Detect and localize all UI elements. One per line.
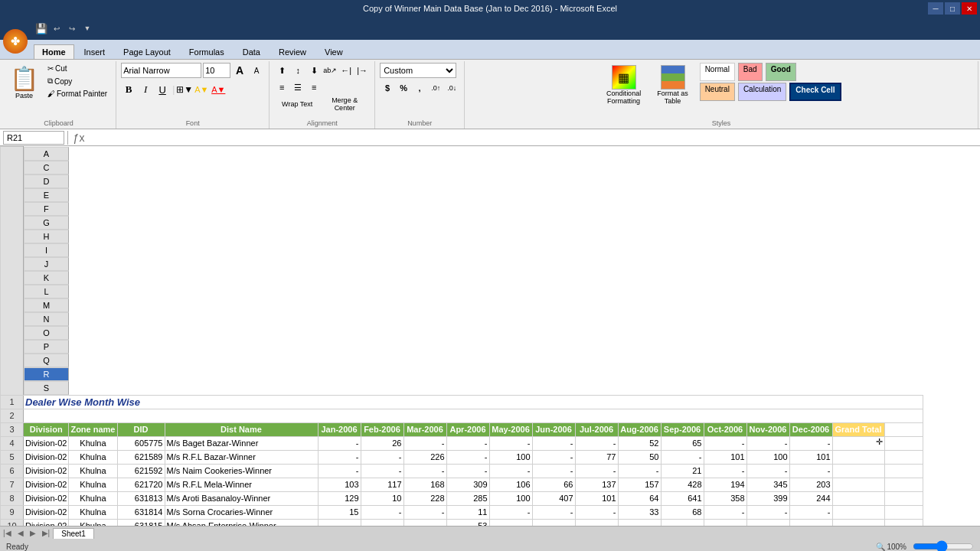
tab-data[interactable]: Data bbox=[234, 44, 269, 59]
zoom-slider[interactable] bbox=[913, 540, 974, 551]
style-calculation-btn[interactable]: Calculation bbox=[738, 83, 786, 101]
col-header-S[interactable]: S bbox=[24, 381, 69, 395]
italic-button[interactable]: I bbox=[138, 82, 153, 97]
conditional-formatting-btn[interactable]: ▦ Conditional Formatting bbox=[602, 63, 646, 107]
header-may[interactable]: May-2006 bbox=[489, 422, 532, 436]
col-header-M[interactable]: M bbox=[24, 298, 69, 312]
comma-btn[interactable]: , bbox=[412, 80, 427, 96]
header-nov[interactable]: Nov-2006 bbox=[746, 422, 789, 436]
header-apr[interactable]: Apr-2006 bbox=[446, 422, 489, 436]
wrap-text-btn[interactable]: Wrap Text bbox=[274, 96, 320, 112]
header-aug[interactable]: Aug-2006 bbox=[618, 422, 661, 436]
style-good-btn[interactable]: Good bbox=[766, 63, 796, 81]
header-division[interactable]: Division bbox=[24, 422, 69, 436]
save-quick-btn[interactable]: 💾 bbox=[34, 21, 49, 35]
font-name-input[interactable] bbox=[121, 63, 201, 78]
close-btn[interactable]: ✕ bbox=[962, 2, 977, 15]
col-header-P[interactable]: P bbox=[24, 340, 69, 354]
underline-button[interactable]: U bbox=[155, 82, 170, 97]
percent-btn[interactable]: % bbox=[396, 80, 411, 96]
align-bottom-btn[interactable]: ⬇ bbox=[306, 63, 322, 78]
currency-btn[interactable]: $ bbox=[380, 80, 395, 96]
sheet-tab-nav-prev[interactable]: ◀ bbox=[15, 528, 27, 538]
number-format-select[interactable]: Custom bbox=[380, 63, 456, 78]
indent-decrease-btn[interactable]: ←| bbox=[338, 63, 354, 78]
col-header-N[interactable]: N bbox=[24, 312, 69, 326]
office-button[interactable]: ✤ bbox=[3, 29, 28, 54]
header-zone[interactable]: Zone name bbox=[69, 422, 117, 436]
indent-increase-btn[interactable]: |→ bbox=[354, 63, 370, 78]
col-header-L[interactable]: L bbox=[24, 285, 69, 298]
col-header-Q[interactable]: Q bbox=[24, 354, 69, 367]
minimize-btn[interactable]: ─ bbox=[928, 2, 943, 15]
tab-review[interactable]: Review bbox=[270, 44, 315, 59]
col-header-C[interactable]: C bbox=[24, 161, 69, 174]
align-center-btn[interactable]: ☰ bbox=[290, 80, 305, 95]
tab-home[interactable]: Home bbox=[34, 44, 74, 59]
sheet-tab-1[interactable]: Sheet1 bbox=[53, 528, 94, 539]
format-painter-button[interactable]: 🖌Format Painter bbox=[44, 88, 111, 99]
tab-insert[interactable]: Insert bbox=[76, 44, 114, 59]
format-as-table-btn[interactable]: Format as Table bbox=[651, 63, 695, 107]
col-header-R[interactable]: R bbox=[24, 367, 69, 381]
header-sep[interactable]: Sep-2006 bbox=[661, 422, 704, 436]
merge-center-btn[interactable]: Merge & Center bbox=[322, 96, 368, 112]
col-header-E[interactable]: E bbox=[24, 188, 69, 202]
insert-function-btn[interactable]: ƒx bbox=[71, 131, 87, 145]
style-bad-btn[interactable]: Bad bbox=[738, 63, 763, 81]
header-mar[interactable]: Mar-2006 bbox=[403, 422, 446, 436]
tab-formulas[interactable]: Formulas bbox=[181, 44, 233, 59]
col-header-A[interactable]: A bbox=[24, 147, 69, 161]
col-header-F[interactable]: F bbox=[24, 202, 69, 216]
increase-font-btn[interactable]: A bbox=[232, 63, 247, 78]
name-box[interactable] bbox=[3, 131, 64, 145]
tab-view[interactable]: View bbox=[316, 44, 351, 59]
col-header-I[interactable]: I bbox=[24, 243, 69, 257]
cut-button[interactable]: ✂Cut bbox=[44, 63, 111, 74]
decrease-font-btn[interactable]: A bbox=[249, 63, 264, 78]
borders-btn[interactable]: ⊞▼ bbox=[177, 82, 192, 97]
sheet-tab-nav-next[interactable]: ▶ bbox=[27, 528, 39, 538]
style-neutral-btn[interactable]: Neutral bbox=[700, 83, 735, 101]
style-normal-btn[interactable]: Normal bbox=[700, 63, 735, 81]
text-orient-btn[interactable]: ab↗ bbox=[322, 63, 338, 78]
header-jul[interactable]: Jul-2006 bbox=[575, 422, 618, 436]
col-header-D[interactable]: D bbox=[24, 174, 69, 188]
header-dist[interactable]: Dist Name bbox=[165, 422, 318, 436]
sheet-tab-nav-last[interactable]: ▶| bbox=[39, 528, 54, 538]
col-header-H[interactable]: H bbox=[24, 230, 69, 243]
header-jun[interactable]: Jun-2006 bbox=[532, 422, 575, 436]
sheet-tab-nav-first[interactable]: |◀ bbox=[0, 528, 15, 538]
title-cell[interactable]: Dealer Wise Month Wise bbox=[24, 395, 923, 409]
qat-more-btn[interactable]: ▼ bbox=[80, 21, 95, 35]
fill-color-btn[interactable]: A▼ bbox=[194, 82, 209, 97]
header-dec[interactable]: Dec-2006 bbox=[789, 422, 832, 436]
header-grand-total[interactable]: Grand Total bbox=[832, 422, 884, 436]
restore-btn[interactable]: □ bbox=[945, 2, 960, 15]
header-oct[interactable]: Oct-2006 bbox=[704, 422, 746, 436]
font-color-btn[interactable]: A▼ bbox=[211, 82, 226, 97]
align-right-btn[interactable]: ≡ bbox=[306, 80, 322, 95]
col-header-G[interactable]: G bbox=[24, 216, 69, 230]
paste-button[interactable]: 📋 Paste bbox=[6, 63, 42, 102]
align-middle-btn[interactable]: ↕ bbox=[290, 63, 305, 78]
cursor-cell[interactable]: ✛ bbox=[832, 436, 884, 450]
bold-button[interactable]: B bbox=[121, 82, 136, 97]
col-header-K[interactable]: K bbox=[24, 271, 69, 285]
decimal-increase-btn[interactable]: .0↑ bbox=[428, 80, 443, 96]
header-jan[interactable]: Jan-2006 bbox=[318, 422, 361, 436]
formula-input[interactable] bbox=[90, 131, 977, 145]
undo-btn[interactable]: ↩ bbox=[49, 21, 64, 35]
header-feb[interactable]: Feb-2006 bbox=[361, 422, 403, 436]
style-check-cell-btn[interactable]: Check Cell bbox=[789, 83, 841, 101]
copy-button[interactable]: ⧉Copy bbox=[44, 75, 111, 87]
col-header-O[interactable]: O bbox=[24, 326, 69, 340]
col-header-J[interactable]: J bbox=[24, 257, 69, 271]
redo-btn[interactable]: ↪ bbox=[64, 21, 80, 35]
tab-page-layout[interactable]: Page Layout bbox=[115, 44, 179, 59]
align-left-btn[interactable]: ≡ bbox=[274, 80, 289, 95]
font-size-input[interactable] bbox=[203, 63, 230, 78]
align-top-btn[interactable]: ⬆ bbox=[274, 63, 289, 78]
decimal-decrease-btn[interactable]: .0↓ bbox=[444, 80, 459, 96]
header-did[interactable]: DID bbox=[117, 422, 165, 436]
